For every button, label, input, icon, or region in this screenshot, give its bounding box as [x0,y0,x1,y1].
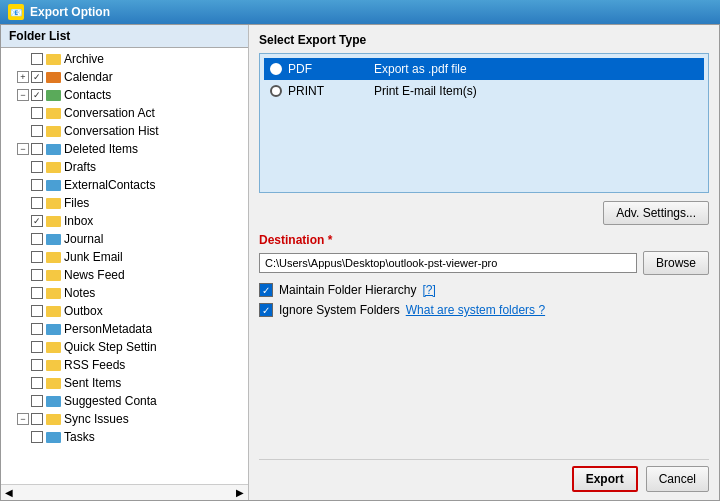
folder-label-junk-email: Junk Email [64,250,123,264]
radio-print [270,85,282,97]
folder-icon-drafts [46,162,61,173]
checkbox-quick-step[interactable] [31,341,43,353]
folder-item-quick-step[interactable]: Quick Step Settin [1,338,248,356]
option-help-ignore-system[interactable]: What are system folders ? [406,303,545,317]
option-row-ignore-system: Ignore System FoldersWhat are system fol… [259,303,709,317]
expand-btn-sync-issues[interactable]: − [17,413,29,425]
folder-item-outbox[interactable]: Outbox [1,302,248,320]
folder-icon-archive [46,54,61,65]
adv-settings-button[interactable]: Adv. Settings... [603,201,709,225]
folder-item-person-metadata[interactable]: PersonMetadata [1,320,248,338]
checkbox-conversation-hist[interactable] [31,125,43,137]
export-value-pdf: PDF [288,62,368,76]
checkbox-notes[interactable] [31,287,43,299]
checkbox-news-feed[interactable] [31,269,43,281]
folder-icon-sent-items [46,378,61,389]
option-checkbox-maintain-hierarchy[interactable] [259,283,273,297]
export-button[interactable]: Export [572,466,638,492]
folder-label-suggested-conta: Suggested Conta [64,394,157,408]
checkbox-outbox[interactable] [31,305,43,317]
folder-item-drafts[interactable]: Drafts [1,158,248,176]
cancel-button[interactable]: Cancel [646,466,709,492]
folder-icon-person-metadata [46,324,61,335]
folder-item-files[interactable]: Files [1,194,248,212]
folder-icon-inbox [46,216,61,227]
folder-item-junk-email[interactable]: Junk Email [1,248,248,266]
folder-icon-deleted-items [46,144,61,155]
bottom-bar: Export Cancel [259,459,709,492]
export-desc-pdf: Export as .pdf file [374,62,467,76]
export-option-print[interactable]: PRINTPrint E-mail Item(s) [264,80,704,102]
option-help-maintain-hierarchy[interactable]: [?] [422,283,435,297]
folder-label-sent-items: Sent Items [64,376,121,390]
checkbox-conversation-act[interactable] [31,107,43,119]
checkbox-person-metadata[interactable] [31,323,43,335]
folder-label-files: Files [64,196,89,210]
checkbox-junk-email[interactable] [31,251,43,263]
folder-item-suggested-conta[interactable]: Suggested Conta [1,392,248,410]
folder-label-news-feed: News Feed [64,268,125,282]
folder-label-person-metadata: PersonMetadata [64,322,152,336]
folder-item-contacts[interactable]: −Contacts [1,86,248,104]
checkbox-sync-issues[interactable] [31,413,43,425]
checkbox-contacts[interactable] [31,89,43,101]
checkbox-calendar[interactable] [31,71,43,83]
expand-btn-contacts[interactable]: − [17,89,29,101]
app-icon: 📧 [8,4,24,20]
folder-item-tasks[interactable]: Tasks [1,428,248,446]
expand-btn-deleted-items[interactable]: − [17,143,29,155]
folder-icon-external-contacts [46,180,61,191]
folder-icon-files [46,198,61,209]
checkbox-tasks[interactable] [31,431,43,443]
dialog-title: Export Option [30,5,110,19]
folder-item-sync-issues[interactable]: −Sync Issues [1,410,248,428]
destination-input[interactable] [259,253,637,273]
destination-label: Destination * [259,233,709,247]
option-checkbox-ignore-system[interactable] [259,303,273,317]
option-row-maintain-hierarchy: Maintain Folder Hierarchy[?] [259,283,709,297]
folder-item-deleted-items[interactable]: −Deleted Items [1,140,248,158]
scroll-right-btn[interactable]: ▶ [236,487,244,498]
folder-label-outbox: Outbox [64,304,103,318]
browse-button[interactable]: Browse [643,251,709,275]
folder-item-conversation-act[interactable]: Conversation Act [1,104,248,122]
folder-item-conversation-hist[interactable]: Conversation Hist [1,122,248,140]
checkbox-external-contacts[interactable] [31,179,43,191]
checkbox-deleted-items[interactable] [31,143,43,155]
checkbox-journal[interactable] [31,233,43,245]
checkbox-rss-feeds[interactable] [31,359,43,371]
folder-item-external-contacts[interactable]: ExternalContacts [1,176,248,194]
export-option-pdf[interactable]: PDFExport as .pdf file [264,58,704,80]
folder-label-conversation-hist: Conversation Hist [64,124,159,138]
folder-icon-rss-feeds [46,360,61,371]
folder-icon-sync-issues [46,414,61,425]
scroll-left-btn[interactable]: ◀ [5,487,13,498]
checkbox-inbox[interactable] [31,215,43,227]
folder-icon-conversation-act [46,108,61,119]
folder-item-archive[interactable]: Archive [1,50,248,68]
folder-icon-quick-step [46,342,61,353]
folder-icon-junk-email [46,252,61,263]
radio-pdf [270,63,282,75]
checkbox-archive[interactable] [31,53,43,65]
checkbox-sent-items[interactable] [31,377,43,389]
folder-label-external-contacts: ExternalContacts [64,178,155,192]
folder-label-journal: Journal [64,232,103,246]
checkbox-suggested-conta[interactable] [31,395,43,407]
folder-item-news-feed[interactable]: News Feed [1,266,248,284]
folder-item-notes[interactable]: Notes [1,284,248,302]
right-panel: Select Export Type PDFExport as .pdf fil… [249,25,719,500]
folder-label-deleted-items: Deleted Items [64,142,138,156]
export-value-print: PRINT [288,84,368,98]
checkbox-files[interactable] [31,197,43,209]
option-label-ignore-system: Ignore System Folders [279,303,400,317]
folder-item-inbox[interactable]: Inbox [1,212,248,230]
folder-item-calendar[interactable]: +Calendar [1,68,248,86]
expand-btn-calendar[interactable]: + [17,71,29,83]
folder-label-rss-feeds: RSS Feeds [64,358,125,372]
checkbox-drafts[interactable] [31,161,43,173]
folder-item-journal[interactable]: Journal [1,230,248,248]
folder-item-sent-items[interactable]: Sent Items [1,374,248,392]
folder-item-rss-feeds[interactable]: RSS Feeds [1,356,248,374]
folder-icon-conversation-hist [46,126,61,137]
